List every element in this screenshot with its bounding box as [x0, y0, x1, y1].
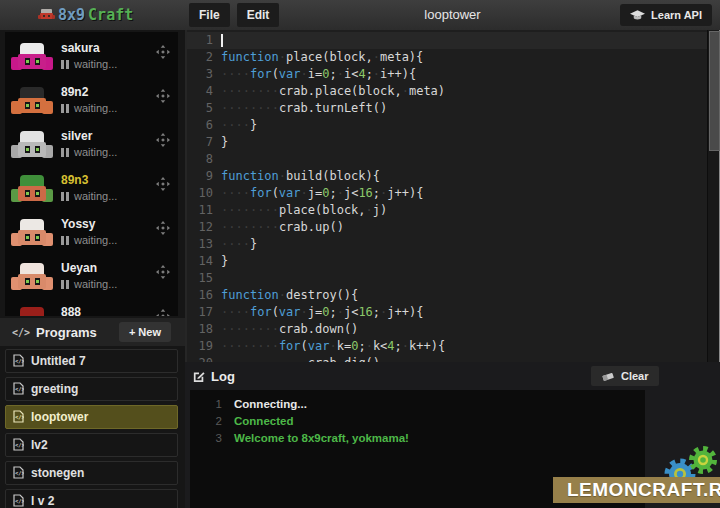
code-text: function·destroy(){ [221, 287, 358, 304]
code-file-icon: </> [13, 381, 24, 398]
code-line[interactable]: 19········for(var·k=0;·k<4;·k++){ [187, 338, 720, 355]
player-status-text: waiting... [74, 190, 117, 202]
graduation-cap-icon [630, 10, 645, 21]
player-status-text: waiting... [74, 102, 117, 114]
log-entry: 3Welcome to 8x9craft, yokmama! [190, 430, 645, 447]
player-status: waiting... [61, 190, 117, 202]
program-item[interactable]: </>lv2 [5, 433, 178, 457]
code-line[interactable]: 11········place(block,·j) [187, 202, 720, 219]
code-line[interactable]: 8 [187, 151, 720, 168]
code-text: ········crab.up() [221, 219, 344, 236]
player-row[interactable]: 89n3waiting... [5, 168, 178, 212]
program-item[interactable]: </>stonegen [5, 461, 178, 485]
code-line[interactable]: 3····for(var·i=0;·i<4;·i++){ [187, 66, 720, 83]
code-text: ········for(var·k=0;·k<4;·k++){ [221, 338, 445, 355]
move-icon[interactable] [156, 221, 170, 235]
line-number: 1 [187, 32, 213, 49]
code-line[interactable]: 9function·build(block){ [187, 168, 720, 185]
crab-eye [35, 102, 40, 109]
code-text: ············crab.dig() [221, 355, 380, 362]
scrollbar-thumb[interactable] [709, 31, 720, 151]
code-line[interactable]: 1 [187, 32, 720, 49]
code-line[interactable]: 4········crab.place(block,·meta) [187, 83, 720, 100]
sidebar: sakurawaiting...89n2waiting...silverwait… [0, 30, 185, 508]
move-icon[interactable] [156, 265, 170, 279]
player-row[interactable]: sakurawaiting... [5, 36, 178, 80]
logo-text-8x9: 8x9 [58, 6, 85, 24]
player-name: 888 [61, 305, 81, 316]
clear-log-button[interactable]: Clear [591, 366, 659, 386]
code-line[interactable]: 20············crab.dig() [187, 355, 720, 362]
player-row[interactable]: 89n2waiting... [5, 80, 178, 124]
move-icon[interactable] [156, 89, 170, 103]
player-status-text: waiting... [74, 146, 117, 158]
move-icon[interactable] [156, 45, 170, 59]
player-name: Yossy [61, 217, 95, 231]
code-line[interactable]: 6····} [187, 117, 720, 134]
crab-eye [25, 278, 30, 285]
code-line[interactable]: 14} [187, 253, 720, 270]
code-line[interactable]: 2function·place(block,·meta){ [187, 49, 720, 66]
code-line[interactable]: 16function·destroy(){ [187, 287, 720, 304]
player-row[interactable]: Ueyanwaiting... [5, 256, 178, 300]
code-line[interactable]: 17····for(var·j=0;·j<16;·j++){ [187, 304, 720, 321]
player-row[interactable]: Yossywaiting... [5, 212, 178, 256]
programs-title: Programs [36, 325, 119, 340]
program-item[interactable]: </>l v 2 [5, 489, 178, 508]
code-line[interactable]: 12········crab.up() [187, 219, 720, 236]
player-status-text: waiting... [74, 234, 117, 246]
crab-eye [25, 190, 30, 197]
code-line[interactable]: 15 [187, 270, 720, 287]
line-number: 5 [187, 100, 213, 117]
pause-icon [61, 236, 69, 245]
program-item[interactable]: </>greeting [5, 377, 178, 401]
move-icon[interactable] [156, 177, 170, 191]
player-status-text: waiting... [74, 278, 117, 290]
code-editor[interactable]: 12function·place(block,·meta){3····for(v… [185, 30, 720, 362]
code-line[interactable]: 10····for(var·j=0;·j<16;·j++){ [187, 185, 720, 202]
crab-avatar-icon [11, 263, 53, 293]
player-name: 89n3 [61, 173, 88, 187]
player-status: waiting... [61, 234, 117, 246]
code-line[interactable]: 7} [187, 134, 720, 151]
code-line[interactable]: 18········crab.down() [187, 321, 720, 338]
learn-api-button[interactable]: Learn API [620, 4, 712, 26]
crab-eye [35, 58, 40, 65]
program-item[interactable]: </>looptower [5, 405, 178, 429]
crab-avatar-icon [11, 307, 53, 316]
code-line[interactable]: 5········crab.turnLeft() [187, 100, 720, 117]
program-name: looptower [31, 410, 88, 424]
crab-icon [38, 8, 55, 22]
player-row[interactable]: silverwaiting... [5, 124, 178, 168]
new-program-button[interactable]: + New [119, 322, 171, 342]
pause-icon [61, 192, 69, 201]
menu-bar: File Edit [189, 3, 279, 27]
code-text: function·build(block){ [221, 168, 380, 185]
log-line-number: 1 [190, 396, 222, 413]
player-name: Ueyan [61, 261, 97, 275]
move-icon[interactable] [156, 133, 170, 147]
log-message: Connecting... [234, 396, 307, 413]
program-item[interactable]: </>Untitled 7 [5, 349, 178, 373]
program-list: </>Untitled 7</>greeting</>looptower</>l… [5, 349, 178, 508]
code-line[interactable]: 13····} [187, 236, 720, 253]
line-number: 2 [187, 49, 213, 66]
crab-eye [35, 278, 40, 285]
line-number: 15 [187, 270, 213, 287]
player-status: waiting... [61, 278, 117, 290]
text-cursor [221, 34, 223, 47]
crab-eye [35, 146, 40, 153]
player-row[interactable]: 888waiting... [5, 300, 178, 316]
code-file-icon: </> [13, 353, 24, 370]
pause-icon [61, 280, 69, 289]
code-text: ········crab.place(block,·meta) [221, 83, 445, 100]
crab-avatar-icon [11, 219, 53, 249]
code-text: ····} [221, 236, 257, 253]
code-file-icon: </> [13, 493, 24, 508]
menu-file[interactable]: File [189, 3, 230, 27]
log-message: Connected [234, 413, 293, 430]
menu-edit[interactable]: Edit [237, 3, 280, 27]
move-icon[interactable] [156, 309, 170, 316]
editor-scrollbar[interactable] [707, 30, 720, 362]
log-line-number: 3 [190, 430, 222, 447]
